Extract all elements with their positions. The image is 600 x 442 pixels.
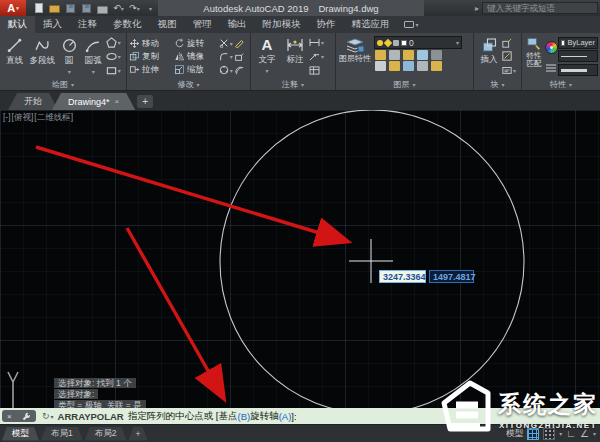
layer-properties-button[interactable]: 图层特性 [338,35,372,78]
ellipse-button[interactable]: ▾ [106,50,124,62]
layout1-tab[interactable]: 布局1 [41,427,83,441]
fillet-button[interactable]: ▾ [219,51,248,63]
ribbon-tab-annotate[interactable]: 注释 [70,16,105,33]
open-file-button[interactable] [48,2,61,14]
create-block-button[interactable] [502,37,518,49]
layer-unisolate-button[interactable] [403,61,414,71]
plot-button[interactable] [96,2,109,14]
rectangle-button[interactable]: ▾ [106,64,124,76]
close-icon[interactable]: × [7,412,12,421]
layer-controls: 0 ▾ [372,35,462,78]
lineweight-dropdown[interactable] [558,64,598,76]
file-tab-start[interactable]: 开始 [8,93,58,110]
panel-layers-footer[interactable]: 图层 ▾ [336,78,473,90]
chevron-down-icon: ▾ [230,67,233,74]
new-file-button[interactable] [32,2,45,14]
layer-match-button[interactable] [431,50,442,60]
layer-walk-button[interactable] [389,61,400,71]
dynamic-input-x[interactable]: 3247.3364 [379,270,426,283]
arc-button[interactable]: 圆弧 ▾ [81,35,106,78]
polyline-button[interactable]: 多段线 [27,35,58,78]
layout2-tab[interactable]: 布局2 [85,427,127,441]
polygon-button[interactable]: ▾ [106,37,124,49]
new-layout-button[interactable]: + [128,427,147,441]
copy-button[interactable]: 复制 [129,50,174,63]
app-menu-button[interactable]: A ▾ [0,0,26,16]
insert-block-button[interactable]: 插入 [476,35,502,78]
qat-customize-button[interactable]: ▾ [144,2,157,14]
line-button[interactable]: 直线 [2,35,27,78]
leader-button[interactable]: ▾ [309,50,331,62]
watermark-name: 系统之家 [498,389,598,420]
panel-modify-label: 修改 [177,79,193,90]
mirror-icon [174,51,185,62]
ribbon-tab-manage[interactable]: 管理 [185,16,220,33]
dynamic-input-y[interactable]: 1497.4817 [429,270,474,283]
panel-modify-footer[interactable]: 修改 ▾ [127,78,250,90]
panel-properties-footer[interactable]: 特性 ▾ [522,78,600,90]
trim-button[interactable]: ▾ [219,37,248,49]
layer-merge-button[interactable] [431,61,442,71]
ribbon-tab-parametric[interactable]: 参数化 [105,16,150,33]
redo-button[interactable]: ↷▾ [128,2,141,14]
move-button[interactable]: 移动 [129,37,174,50]
annotate-extra-tools: ▾ ▾ [309,35,331,78]
ribbon-tab-insert[interactable]: 插入 [35,16,70,33]
model-tab[interactable]: 模型 [2,427,39,441]
panel-draw-footer[interactable]: 绘图 ▾ [0,78,126,90]
command-option-basepoint[interactable]: (B) [238,411,251,422]
linetype-dropdown[interactable] [558,50,598,62]
undo-button[interactable]: ↶▾ [112,2,125,14]
ribbon-tab-featured-apps[interactable]: 精选应用 [344,16,398,33]
rotate-button[interactable]: 旋转 [174,37,219,50]
viewport-view-control[interactable]: [俯视] [12,112,34,124]
ribbon-display-toggle[interactable]: ▾ [398,16,425,33]
viewport-visual-style-control[interactable]: [二维线框] [34,112,73,124]
wrench-icon[interactable] [22,412,31,421]
linear-dim-button[interactable]: ▾ [309,37,331,49]
save-icon [66,4,75,13]
plus-icon: + [135,429,140,439]
viewport-menu-control[interactable]: [-] [3,112,11,124]
close-icon[interactable]: × [115,97,120,106]
stretch-button[interactable]: 拉伸 [129,63,174,76]
ribbon-tab-output[interactable]: 输出 [220,16,255,33]
layer-on-icon [377,40,383,46]
layer-dropdown[interactable]: 0 ▾ [374,36,462,49]
layer-current-button[interactable] [375,61,386,71]
color-wheel-icon[interactable] [545,41,558,54]
scale-button[interactable]: 缩放 [174,63,219,76]
ribbon-tab-home[interactable]: 默认 [0,16,35,33]
ribbon-tab-collaborate[interactable]: 协作 [309,16,344,33]
new-drawing-tab-button[interactable]: + [137,95,153,108]
dimension-button[interactable]: 标注 [281,35,309,78]
ribbon-tab-view[interactable]: 视图 [150,16,185,33]
layer-isolate-button[interactable] [389,50,400,60]
table-button[interactable] [309,64,331,76]
ribbon-box-icon [404,21,414,28]
circle-entity[interactable] [220,110,524,414]
panel-block-footer[interactable]: 块 ▾ [474,78,521,90]
polygon-icon [106,37,117,48]
color-dropdown[interactable]: ByLayer [558,37,598,49]
block-attributes-button[interactable]: ▾ [502,64,518,76]
layer-off-button[interactable] [375,50,386,60]
ribbon-tab-addins[interactable]: 附加模块 [255,16,309,33]
text-button[interactable]: A 文字 ▾ [253,35,281,78]
circle-button[interactable]: 圆 ▾ [58,35,81,78]
recent-commands-button[interactable]: ↻ ▾ [42,411,54,421]
search-input[interactable] [482,2,598,14]
layer-lock-button[interactable] [417,50,428,60]
save-button[interactable] [64,2,77,14]
layer-state-button[interactable] [417,61,428,71]
file-tab-drawing4[interactable]: Drawing4* × [52,93,135,110]
layer-freeze-button[interactable] [403,50,414,60]
match-properties-button[interactable]: 特性匹配 [524,35,544,78]
panel-annotate-footer[interactable]: 注释 ▾ [251,78,335,90]
chevron-down-icon: ▾ [121,5,124,12]
mirror-button[interactable]: 镜像 [174,50,219,63]
command-option-rotation-axis[interactable]: (A) [279,411,292,422]
array-button[interactable]: ▾ [219,64,248,76]
edit-block-button[interactable] [502,50,518,62]
save-as-button[interactable] [80,2,93,14]
